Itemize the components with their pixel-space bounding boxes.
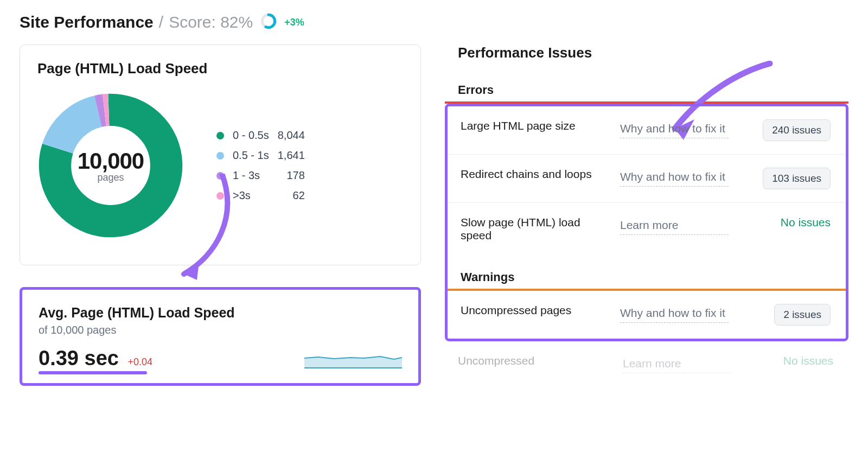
avg-load-speed-panel: Avg. Page (HTML) Load Speed of 10,000 pa… [20,287,421,386]
legend-value-0: 8,044 [278,129,305,142]
issue-name: Large HTML page size [461,119,610,132]
legend-value-2: 178 [278,169,305,182]
issue-name: Uncompressed pages [461,304,610,317]
issue-name: Redirect chains and loops [461,168,610,181]
legend-label-2[interactable]: 1 - 3s [233,169,269,182]
page-header: Site Performance / Score: 82% +3% [20,13,848,31]
issue-count-none: No issues [783,354,833,367]
breadcrumb-separator: / [159,13,163,31]
issue-learn-link[interactable]: Learn more [620,216,729,235]
legend-value-1: 1,641 [278,149,305,162]
issues-title: Performance Issues [445,44,848,61]
legend-label-3[interactable]: >3s [233,189,269,202]
issue-row-warning-0[interactable]: Uncompressed pages Why and how to fix it… [448,291,846,339]
legend-dot-2 [216,172,224,180]
right-column: Performance Issues Errors Large HTML pag… [445,44,848,373]
legend-label-1[interactable]: 0.5 - 1s [233,149,269,162]
issue-row-warning-1: Uncompressed Learn more No issues [445,341,848,373]
legend-dot-3 [216,192,224,200]
issue-learn-link: Learn more [623,354,731,373]
issue-name: Uncompressed [458,354,613,367]
score-label: Score: 82% [169,13,253,31]
issue-row-error-0[interactable]: Large HTML page size Why and how to fix … [448,106,846,155]
issue-count-button[interactable]: 2 issues [774,304,831,326]
score-delta: +3% [284,17,304,28]
errors-highlight-box: Large HTML page size Why and how to fix … [445,104,848,341]
issue-count-button[interactable]: 240 issues [763,119,831,141]
score-donut-icon [260,13,277,31]
issue-fix-link[interactable]: Why and how to fix it [620,119,729,138]
issue-row-error-1[interactable]: Redirect chains and loops Why and how to… [448,155,846,203]
avg-sparkline [304,346,402,370]
annotation-underline [39,371,147,374]
legend-value-3: 62 [278,189,305,202]
legend-dot-1 [216,152,224,160]
left-column: Page (HTML) Load Speed 10,000 pages [20,44,421,386]
load-speed-donut[interactable]: 10,000 pages [37,92,184,239]
load-speed-legend: 0 - 0.5s 8,044 0.5 - 1s 1,641 1 - 3s 178… [216,129,305,202]
issue-count-none: No issues [781,216,831,229]
avg-delta: +0.04 [127,356,152,367]
issue-row-error-2[interactable]: Slow page (HTML) load speed Learn more N… [448,203,846,255]
page-title: Site Performance [20,13,154,31]
donut-total: 10,000 [78,148,144,174]
legend-dot-0 [216,132,224,139]
warnings-section-label: Warnings [448,270,846,284]
legend-label-0[interactable]: 0 - 0.5s [233,129,269,142]
errors-section-label: Errors [445,83,848,97]
issue-fix-link[interactable]: Why and how to fix it [620,304,729,323]
load-speed-panel: Page (HTML) Load Speed 10,000 pages [20,44,421,265]
issue-count-button[interactable]: 103 issues [763,168,831,189]
avg-value: 0.39 sec [39,347,119,370]
avg-title: Avg. Page (HTML) Load Speed [39,305,402,321]
issue-name: Slow page (HTML) load speed [461,216,610,242]
donut-total-label: pages [97,172,124,183]
load-speed-title: Page (HTML) Load Speed [37,60,403,77]
avg-subtitle: of 10,000 pages [39,324,402,336]
issue-fix-link[interactable]: Why and how to fix it [620,168,729,187]
